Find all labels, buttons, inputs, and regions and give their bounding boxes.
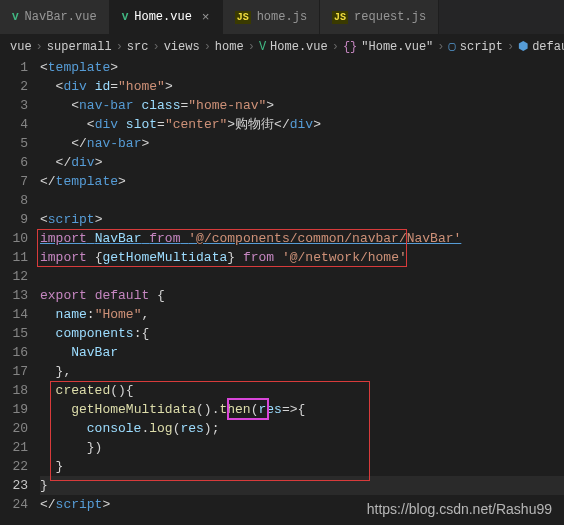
crumb[interactable]: views bbox=[164, 40, 200, 54]
chevron-right-icon: › bbox=[248, 40, 255, 54]
tab-bar: V NavBar.vue V Home.vue × JS home.js JS … bbox=[0, 0, 564, 35]
chevron-right-icon: › bbox=[116, 40, 123, 54]
crumb[interactable]: script bbox=[460, 40, 503, 54]
chevron-right-icon: › bbox=[437, 40, 444, 54]
chevron-right-icon: › bbox=[152, 40, 159, 54]
line-numbers: 123 456 789 101112 131415 161718 192021 … bbox=[0, 58, 40, 514]
breadcrumb[interactable]: vue › supermall › src › views › home › V… bbox=[0, 35, 564, 58]
js-icon: JS bbox=[332, 11, 348, 24]
vue-icon: V bbox=[122, 11, 129, 23]
crumb[interactable]: defau bbox=[532, 40, 564, 54]
tab-label: request.js bbox=[354, 10, 426, 24]
js-icon: JS bbox=[235, 11, 251, 24]
chevron-right-icon: › bbox=[36, 40, 43, 54]
crumb[interactable]: Home.vue bbox=[270, 40, 328, 54]
tab-label: Home.vue bbox=[134, 10, 192, 24]
crumb[interactable]: "Home.vue" bbox=[361, 40, 433, 54]
vue-icon: V bbox=[259, 40, 266, 54]
brace-icon: {} bbox=[343, 40, 357, 54]
tab-homejs[interactable]: JS home.js bbox=[223, 0, 320, 34]
chevron-right-icon: › bbox=[507, 40, 514, 54]
tab-requestjs[interactable]: JS request.js bbox=[320, 0, 439, 34]
cube-icon: ⬢ bbox=[518, 39, 528, 54]
chevron-right-icon: › bbox=[204, 40, 211, 54]
chevron-right-icon: › bbox=[332, 40, 339, 54]
code-content[interactable]: <template> <div id="home"> <nav-bar clas… bbox=[40, 58, 564, 514]
tab-home[interactable]: V Home.vue × bbox=[110, 0, 223, 34]
tab-label: home.js bbox=[257, 10, 307, 24]
vue-icon: V bbox=[12, 11, 19, 23]
tab-navbar[interactable]: V NavBar.vue bbox=[0, 0, 110, 34]
crumb[interactable]: vue bbox=[10, 40, 32, 54]
crumb[interactable]: supermall bbox=[47, 40, 112, 54]
code-editor[interactable]: 123 456 789 101112 131415 161718 192021 … bbox=[0, 58, 564, 514]
crumb[interactable]: home bbox=[215, 40, 244, 54]
crumb[interactable]: src bbox=[127, 40, 149, 54]
close-icon[interactable]: × bbox=[202, 10, 210, 25]
tab-label: NavBar.vue bbox=[25, 10, 97, 24]
script-icon: ▢ bbox=[449, 39, 456, 54]
watermark: https://blog.csdn.net/Rashu99 bbox=[367, 501, 552, 517]
